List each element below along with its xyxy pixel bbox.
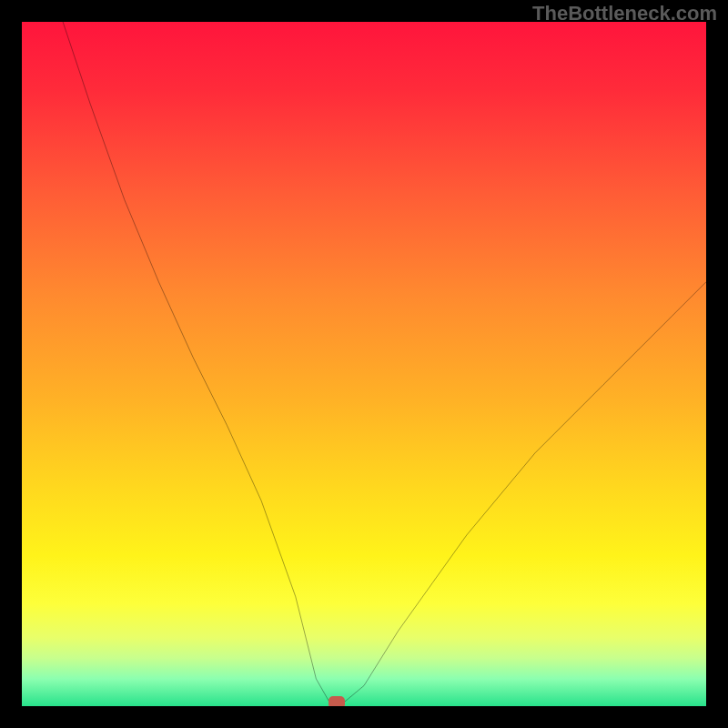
watermark-text: TheBottleneck.com (532, 2, 717, 25)
minimum-dot (329, 696, 345, 706)
plot-area (22, 22, 706, 706)
chart-outer-frame: TheBottleneck.com (0, 0, 728, 728)
bottleneck-curve (22, 22, 706, 706)
